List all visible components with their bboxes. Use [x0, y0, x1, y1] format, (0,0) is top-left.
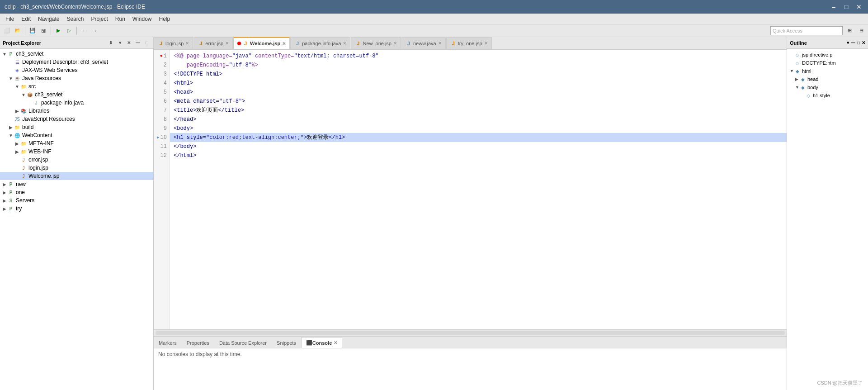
- tree-item-build[interactable]: ▶📁build: [0, 123, 153, 131]
- code-line-12[interactable]: </html>: [170, 151, 787, 160]
- bottom-tab-data-source-explorer[interactable]: Data Source Explorer: [214, 337, 272, 348]
- maximize-button[interactable]: □: [842, 3, 851, 10]
- tab-icon: J: [294, 40, 301, 47]
- tab-close-btn[interactable]: ✕: [484, 41, 488, 46]
- tree-item-deploy_desc[interactable]: ☰Deployment Descriptor: ch3_servlet: [0, 58, 153, 66]
- toolbar-fwd-btn[interactable]: →: [90, 26, 100, 36]
- menu-item-window[interactable]: Window: [129, 15, 156, 23]
- tab-close-btn[interactable]: ✕: [438, 41, 442, 46]
- editor-tab-Welcome-jsp[interactable]: JWelcome.jsp✕: [233, 37, 290, 49]
- tree-item-login_jsp[interactable]: Jlogin.jsp: [0, 164, 153, 172]
- tree-icon: ☰: [14, 58, 21, 66]
- tree-label: try: [16, 205, 22, 212]
- code-line-5[interactable]: <head>: [170, 88, 787, 97]
- bottom-tab-properties[interactable]: Properties: [182, 337, 214, 348]
- tree-label: ch3_servlet: [35, 91, 62, 98]
- pe-min-btn[interactable]: —: [134, 40, 142, 45]
- outline-label: DOCTYPE:htm: [802, 60, 836, 66]
- toolbar-save-btn[interactable]: 💾: [28, 26, 38, 36]
- tree-item-web_inf[interactable]: ▶📁WEB-INF: [0, 147, 153, 156]
- tree-item-ch3_servlet[interactable]: ▼Pch3_servlet: [0, 50, 153, 58]
- tree-item-error_jsp[interactable]: Jerror.jsp: [0, 156, 153, 164]
- editor-tab-login-jsp[interactable]: Jlogin.jsp✕: [154, 37, 193, 49]
- toolbar-open-btn[interactable]: 📂: [13, 26, 23, 36]
- code-line-9[interactable]: <body>: [170, 124, 787, 133]
- menu-item-run[interactable]: Run: [112, 15, 129, 23]
- outline-menu-btn[interactable]: ▾: [847, 40, 849, 45]
- line-number-text: 1: [164, 52, 167, 61]
- tab-close-btn[interactable]: ✕: [393, 41, 397, 46]
- outline-close-btn[interactable]: ✕: [862, 40, 865, 45]
- horizontal-scrollbar[interactable]: [154, 329, 787, 336]
- code-line-1[interactable]: <%@ page language="java" contentType="te…: [170, 52, 787, 61]
- tree-item-servers[interactable]: ▶SServers: [0, 196, 153, 205]
- close-button[interactable]: ✕: [854, 3, 863, 10]
- code-line-8[interactable]: </head>: [170, 115, 787, 124]
- toolbar-layout-btn[interactable]: ⊟: [856, 26, 866, 36]
- tree-item-try[interactable]: ▶Ptry: [0, 205, 153, 213]
- editor-tab-New_one-jsp[interactable]: JNew_one.jsp✕: [351, 37, 401, 49]
- code-line-7[interactable]: <title>欢迎页面</title>: [170, 106, 787, 115]
- code-editor[interactable]: ●123456789▶101112 <%@ page language="jav…: [154, 50, 787, 329]
- outline-item-html[interactable]: ▼◆html: [787, 67, 868, 75]
- bottom-tab-snippets[interactable]: Snippets: [272, 337, 301, 348]
- outline-item-body[interactable]: ▼◆body: [787, 83, 868, 91]
- toolbar-new-btn[interactable]: ⬜: [2, 26, 12, 36]
- tab-close-btn[interactable]: ✕: [225, 41, 229, 46]
- tab-close-btn[interactable]: ✕: [282, 41, 286, 46]
- toolbar-saveall-btn[interactable]: 🖫: [38, 26, 48, 36]
- code-lines[interactable]: <%@ page language="java" contentType="te…: [170, 50, 787, 329]
- tree-item-meta_inf[interactable]: ▶📁META-INF: [0, 139, 153, 147]
- toolbar-run-btn[interactable]: ▶: [53, 26, 63, 36]
- toolbar-debug-btn[interactable]: ▷: [64, 26, 74, 36]
- pe-close-btn[interactable]: ✕: [125, 40, 132, 45]
- tree-item-libraries[interactable]: ▶📚Libraries: [0, 107, 153, 115]
- pe-menu-btn[interactable]: ▾: [116, 40, 123, 45]
- quick-access-input[interactable]: Quick Access: [770, 26, 843, 35]
- menu-item-navigate[interactable]: Navigate: [34, 15, 63, 23]
- editor-tab-error-jsp[interactable]: Jerror.jsp✕: [193, 37, 233, 49]
- menu-item-edit[interactable]: Edit: [18, 15, 34, 23]
- outline-item-h1-style[interactable]: ◇h1 style: [787, 91, 868, 100]
- tree-item-js_resources[interactable]: JSJavaScript Resources: [0, 115, 153, 123]
- code-line-6[interactable]: <meta charset="utf-8">: [170, 97, 787, 106]
- outline-max-btn[interactable]: □: [857, 40, 860, 45]
- tab-close-btn[interactable]: ✕: [343, 41, 346, 46]
- tree-item-one[interactable]: ▶Pone: [0, 188, 153, 196]
- tree-item-webcontent[interactable]: ▼🌐WebContent: [0, 131, 153, 139]
- code-line-11[interactable]: </body>: [170, 142, 787, 151]
- tree-item-welcome_jsp[interactable]: JWelcome.jsp: [0, 172, 153, 180]
- tree-item-java_resources[interactable]: ▼☕Java Resources: [0, 74, 153, 82]
- menu-item-project[interactable]: Project: [87, 15, 111, 23]
- tree-label: JavaScript Resources: [22, 116, 75, 122]
- editor-tab-neww-java[interactable]: Jneww.java✕: [401, 37, 446, 49]
- toolbar-perspective-btn[interactable]: ⊞: [844, 26, 854, 36]
- tree-item-package_info[interactable]: Jpackage-info.java: [0, 99, 153, 107]
- menu-item-help[interactable]: Help: [156, 15, 174, 23]
- tree-item-jax_ws[interactable]: ◈JAX-WS Web Services: [0, 66, 153, 74]
- code-line-3[interactable]: <!DOCTYPE html>: [170, 70, 787, 79]
- tree-item-ch3_servlet_pkg[interactable]: ▼📦ch3_servlet: [0, 90, 153, 99]
- outline-min-btn[interactable]: —: [851, 40, 855, 45]
- outline-item-head[interactable]: ▶◆head: [787, 75, 868, 83]
- code-line-2[interactable]: pageEncoding="utf-8"%>: [170, 61, 787, 70]
- code-line-10[interactable]: <h1 style="color:red;text-align:center;"…: [170, 133, 787, 142]
- toolbar-back-btn[interactable]: ←: [79, 26, 89, 36]
- line-number-text: 4: [164, 79, 167, 88]
- tree-item-src[interactable]: ▼📁src: [0, 82, 153, 90]
- editor-tab-package-info-java[interactable]: Jpackage-info.java✕: [290, 37, 350, 49]
- bottom-tab-console[interactable]: ⬛ Console✕: [301, 337, 342, 348]
- outline-item-doctype-htm[interactable]: ◇DOCTYPE:htm: [787, 59, 868, 67]
- pe-max-btn[interactable]: □: [143, 40, 151, 45]
- tab-close-btn[interactable]: ✕: [185, 41, 189, 46]
- outline-item-jsp-directive-p[interactable]: ◇jsp:directive.p: [787, 51, 868, 59]
- minimize-button[interactable]: –: [829, 3, 838, 10]
- pe-collapse-btn[interactable]: ⬇: [107, 40, 114, 45]
- tree-item-new[interactable]: ▶Pnew: [0, 180, 153, 188]
- menu-item-file[interactable]: File: [2, 15, 18, 23]
- bottom-tab-close[interactable]: ✕: [334, 340, 337, 345]
- menu-item-search[interactable]: Search: [63, 15, 87, 23]
- editor-tab-try_one-jsp[interactable]: Jtry_one.jsp✕: [446, 37, 492, 49]
- bottom-tab-markers[interactable]: Markers: [154, 337, 182, 348]
- code-line-4[interactable]: <html>: [170, 79, 787, 88]
